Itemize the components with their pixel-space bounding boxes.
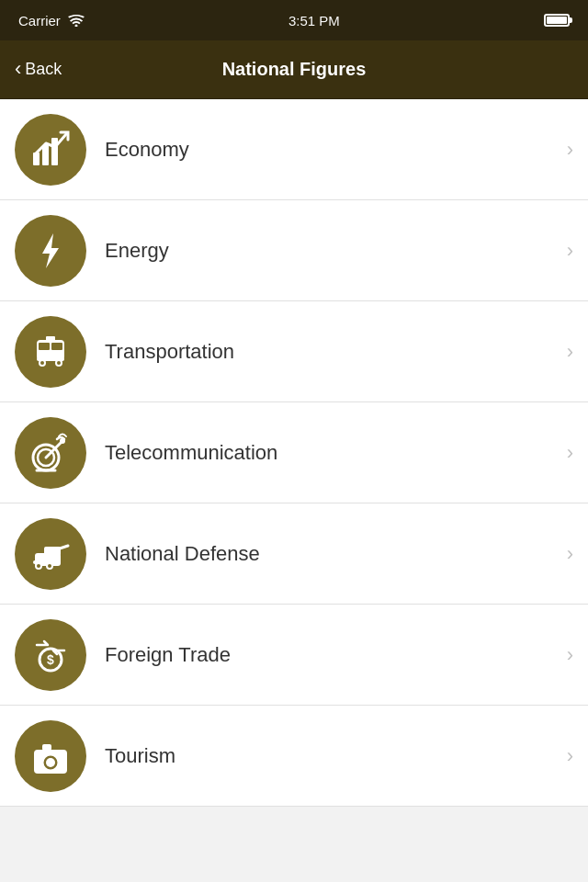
tourism-icon-circle (15, 720, 86, 792)
status-bar: Carrier 3:51 PM (0, 0, 588, 40)
tourism-icon (29, 735, 72, 777)
svg-marker-3 (42, 233, 59, 268)
telecommunication-chevron-icon: › (567, 441, 573, 465)
transportation-icon-circle (15, 316, 86, 388)
svg-point-23 (37, 564, 40, 568)
battery-icon (544, 14, 570, 27)
svg-rect-1 (42, 145, 49, 165)
back-button[interactable]: ‹ Back (15, 59, 88, 81)
svg-point-30 (46, 758, 55, 767)
svg-rect-25 (33, 560, 61, 564)
tourism-label: Tourism (105, 744, 567, 768)
svg-point-32 (60, 752, 64, 756)
energy-chevron-icon: › (567, 239, 573, 263)
svg-rect-5 (39, 343, 50, 350)
national-defense-label: National Defense (105, 542, 567, 566)
economy-icon-circle (15, 114, 86, 186)
carrier-label: Carrier (18, 13, 61, 28)
transportation-icon (29, 331, 72, 373)
economy-icon (29, 129, 72, 171)
svg-point-24 (48, 564, 51, 568)
status-bar-right (544, 14, 570, 27)
tourism-chevron-icon: › (567, 744, 573, 768)
svg-point-11 (57, 361, 61, 365)
svg-rect-6 (51, 343, 62, 350)
national-defense-icon (29, 533, 72, 575)
foreign-trade-icon: $ (29, 634, 72, 676)
energy-label: Energy (105, 239, 567, 263)
transportation-label: Transportation (105, 340, 567, 364)
svg-rect-31 (42, 744, 51, 751)
foreign-trade-label: Foreign Trade (105, 643, 567, 667)
list-item-telecommunication[interactable]: Telecommunication › (0, 402, 588, 503)
category-list: Economy › Energy › (0, 99, 588, 807)
list-item-transportation[interactable]: Transportation › (0, 301, 588, 402)
nav-bar: ‹ Back National Figures (0, 40, 588, 99)
economy-chevron-icon: › (567, 138, 573, 162)
list-item-economy[interactable]: Economy › (0, 99, 588, 200)
list-item-energy[interactable]: Energy › (0, 200, 588, 301)
status-bar-left: Carrier (18, 13, 85, 28)
svg-rect-2 (51, 138, 58, 165)
telecommunication-label: Telecommunication (105, 441, 567, 465)
list-item-foreign-trade[interactable]: $ Foreign Trade › (0, 605, 588, 706)
list-item-tourism[interactable]: Tourism › (0, 706, 588, 807)
wifi-icon (68, 14, 85, 27)
energy-icon-circle (15, 215, 86, 287)
svg-line-20 (57, 546, 68, 549)
back-label: Back (25, 60, 62, 79)
telecommunication-icon-circle (15, 417, 86, 489)
telecommunication-icon (29, 432, 72, 474)
national-defense-chevron-icon: › (567, 542, 573, 566)
back-chevron-icon: ‹ (15, 57, 21, 81)
list-item-national-defense[interactable]: National Defense › (0, 503, 588, 605)
foreign-trade-chevron-icon: › (567, 643, 573, 667)
page-title: National Figures (88, 59, 500, 80)
national-defense-icon-circle (15, 518, 86, 590)
svg-rect-12 (46, 336, 55, 341)
transportation-chevron-icon: › (567, 340, 573, 364)
svg-point-10 (40, 361, 44, 365)
energy-icon (29, 230, 72, 272)
svg-text:$: $ (47, 652, 54, 667)
economy-label: Economy (105, 138, 567, 162)
status-bar-time: 3:51 PM (288, 13, 340, 28)
foreign-trade-icon-circle: $ (15, 619, 86, 691)
